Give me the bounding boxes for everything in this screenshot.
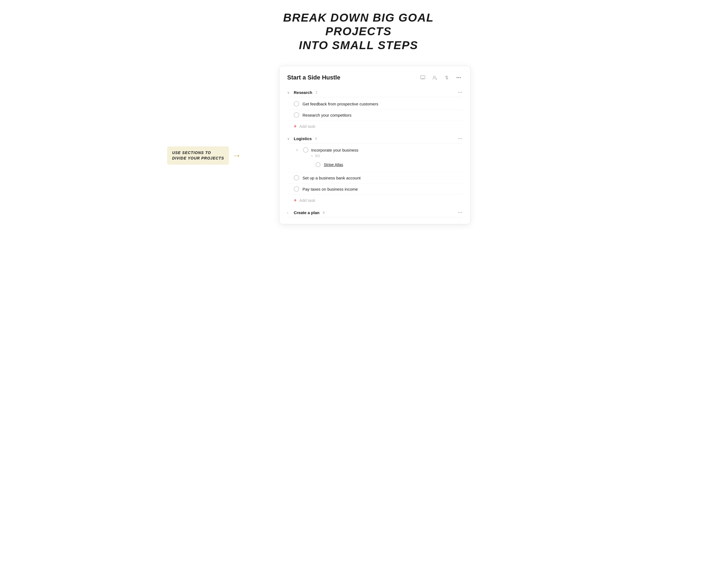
- section-research-more[interactable]: •••: [458, 90, 463, 94]
- task-checkbox[interactable]: [294, 175, 299, 181]
- add-task-plus-icon: +: [294, 197, 297, 203]
- task-text-bank: Set up a business bank account: [303, 175, 361, 180]
- section-research-chevron[interactable]: ∨: [287, 91, 291, 94]
- section-create-plan-chevron[interactable]: ›: [287, 211, 291, 215]
- side-annotation: Use Sections To Divide Your Projects →: [167, 146, 241, 165]
- add-task-research[interactable]: + Add task: [287, 121, 463, 132]
- task-checkbox[interactable]: [294, 186, 299, 192]
- section-create-plan-header: › Create a plan 6 •••: [287, 208, 463, 217]
- task-checkbox[interactable]: [294, 101, 299, 106]
- section-create-plan-name: Create a plan: [294, 210, 320, 215]
- page-headline: Break Down Big Goal Projects Into Small …: [263, 11, 454, 52]
- subtask-count-icon: ⤷: [311, 154, 313, 158]
- task-text-incorporate: Incorporate your business: [311, 148, 358, 152]
- task-expand-chevron[interactable]: ∨: [294, 148, 300, 152]
- add-task-label: Add task: [300, 198, 315, 203]
- section-research-header: ∨ Research 2 •••: [287, 88, 463, 97]
- section-research-left: ∨ Research 2: [287, 90, 317, 95]
- section-logistics: ∨ Logistics 4 ••• ∨ Incorporate your bus…: [287, 134, 463, 207]
- assign-button[interactable]: [431, 74, 438, 81]
- task-main-row: ∨ Incorporate your business: [294, 147, 463, 153]
- subtask-item-stripe-atlas: Stripe Atlas: [294, 160, 343, 169]
- panel-header: Start a Side Hustle: [287, 74, 463, 81]
- section-research-name: Research: [294, 90, 312, 95]
- section-logistics-header: ∨ Logistics 4 •••: [287, 134, 463, 143]
- headline-line1: Break Down Big Goal Projects: [283, 11, 434, 38]
- annotation-box: Use Sections To Divide Your Projects: [167, 146, 229, 165]
- subtask-checkbox[interactable]: [315, 162, 321, 167]
- arrow-icon: →: [232, 150, 241, 161]
- section-logistics-chevron[interactable]: ∨: [287, 137, 291, 141]
- section-research: ∨ Research 2 ••• Get feedback from prosp…: [287, 88, 463, 133]
- section-research-count: 2: [315, 90, 317, 94]
- panel-title: Start a Side Hustle: [287, 74, 340, 81]
- task-text: Research your competitors: [303, 113, 351, 118]
- section-logistics-name: Logistics: [294, 136, 312, 141]
- task-item-taxes: Pay taxes on business income: [287, 184, 463, 195]
- main-content: Use Sections To Divide Your Projects → S…: [246, 66, 471, 224]
- add-task-logistics[interactable]: + Add task: [287, 195, 463, 206]
- task-item: Research your competitors: [287, 109, 463, 121]
- task-item: Get feedback from prospective customers: [287, 98, 463, 109]
- section-create-plan-left: › Create a plan 6: [287, 210, 325, 215]
- task-text-taxes: Pay taxes on business income: [303, 187, 358, 191]
- section-logistics-count: 4: [315, 136, 317, 141]
- annotation-line2: Divide Your Projects: [172, 156, 224, 160]
- annotation-line1: Use Sections To: [172, 150, 211, 155]
- section-logistics-tasks: ∨ Incorporate your business ⤷ 0/1 Stripe…: [287, 143, 463, 207]
- add-task-plus-icon: +: [294, 123, 297, 129]
- panel-actions: •••: [419, 74, 463, 81]
- section-logistics-more[interactable]: •••: [458, 136, 463, 141]
- sort-button[interactable]: [443, 74, 451, 81]
- section-create-plan-more[interactable]: •••: [458, 211, 463, 215]
- headline-line2: Into Small Steps: [299, 39, 418, 51]
- section-research-tasks: Get feedback from prospective customers …: [287, 97, 463, 133]
- task-text: Get feedback from prospective customers: [303, 102, 378, 106]
- more-options-button[interactable]: •••: [455, 74, 463, 81]
- project-panel: Start a Side Hustle: [279, 66, 471, 224]
- subtask-count: 0/1: [315, 154, 320, 158]
- task-checkbox[interactable]: [303, 147, 308, 153]
- section-logistics-left: ∨ Logistics 4: [287, 136, 317, 141]
- subtask-meta: ⤷ 0/1: [294, 154, 320, 158]
- task-item-incorporate: ∨ Incorporate your business ⤷ 0/1 Stripe…: [287, 145, 463, 172]
- task-item-bank: Set up a business bank account: [287, 172, 463, 184]
- more-dots-icon: •••: [456, 76, 461, 80]
- subtask-text-stripe-atlas: Stripe Atlas: [324, 163, 343, 167]
- task-checkbox[interactable]: [294, 112, 299, 118]
- add-task-label: Add task: [300, 124, 315, 129]
- section-create-plan: › Create a plan 6 •••: [287, 208, 463, 217]
- section-create-plan-count: 6: [323, 211, 325, 215]
- comment-button[interactable]: [419, 74, 427, 81]
